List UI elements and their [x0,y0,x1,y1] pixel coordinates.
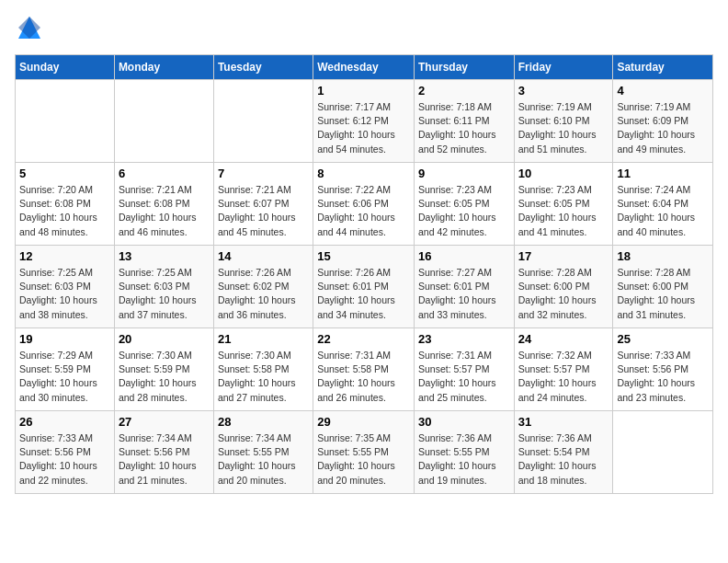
day-info: Sunrise: 7:23 AM Sunset: 6:05 PM Dayligh… [418,183,510,239]
day-number: 24 [518,332,609,346]
calendar-cell: 24Sunrise: 7:32 AM Sunset: 5:57 PM Dayli… [514,328,613,411]
day-number: 27 [119,415,210,429]
day-number: 28 [218,415,309,429]
calendar-table: SundayMondayTuesdayWednesdayThursdayFrid… [15,54,713,494]
calendar-cell: 22Sunrise: 7:31 AM Sunset: 5:58 PM Dayli… [313,328,415,411]
day-info: Sunrise: 7:21 AM Sunset: 6:08 PM Dayligh… [119,183,210,239]
day-number: 25 [617,332,709,346]
weekday-header-wednesday: Wednesday [313,55,415,80]
calendar-cell: 11Sunrise: 7:24 AM Sunset: 6:04 PM Dayli… [613,163,713,246]
day-info: Sunrise: 7:17 AM Sunset: 6:12 PM Dayligh… [317,100,410,156]
calendar-cell: 21Sunrise: 7:30 AM Sunset: 5:58 PM Dayli… [213,328,313,411]
day-info: Sunrise: 7:26 AM Sunset: 6:01 PM Dayligh… [317,266,410,322]
calendar-cell [213,80,313,163]
calendar-week-1: 5Sunrise: 7:20 AM Sunset: 6:08 PM Daylig… [16,163,713,246]
calendar-cell: 4Sunrise: 7:19 AM Sunset: 6:09 PM Daylig… [613,80,713,163]
day-info: Sunrise: 7:34 AM Sunset: 5:55 PM Dayligh… [218,431,309,488]
calendar-cell: 25Sunrise: 7:33 AM Sunset: 5:56 PM Dayli… [613,328,713,411]
calendar-cell [114,80,213,163]
logo-icon [17,15,42,40]
calendar-cell: 19Sunrise: 7:29 AM Sunset: 5:59 PM Dayli… [16,328,115,411]
day-number: 10 [518,167,609,180]
calendar-cell: 7Sunrise: 7:21 AM Sunset: 6:07 PM Daylig… [213,163,313,246]
weekday-header-friday: Friday [514,55,613,80]
calendar-body: 1Sunrise: 7:17 AM Sunset: 6:12 PM Daylig… [16,80,713,494]
calendar-cell: 13Sunrise: 7:25 AM Sunset: 6:03 PM Dayli… [114,246,213,328]
calendar-cell: 16Sunrise: 7:27 AM Sunset: 6:01 PM Dayli… [414,246,514,328]
calendar-cell [16,80,115,163]
logo-text [15,15,42,45]
calendar-week-3: 19Sunrise: 7:29 AM Sunset: 5:59 PM Dayli… [16,328,713,411]
day-info: Sunrise: 7:32 AM Sunset: 5:57 PM Dayligh… [518,349,609,405]
calendar-cell: 9Sunrise: 7:23 AM Sunset: 6:05 PM Daylig… [414,163,514,246]
day-info: Sunrise: 7:30 AM Sunset: 5:58 PM Dayligh… [218,349,309,405]
calendar-cell: 8Sunrise: 7:22 AM Sunset: 6:06 PM Daylig… [313,163,415,246]
calendar-cell: 29Sunrise: 7:35 AM Sunset: 5:55 PM Dayli… [313,411,415,494]
day-number: 4 [617,84,709,98]
calendar-cell: 10Sunrise: 7:23 AM Sunset: 6:05 PM Dayli… [514,163,613,246]
day-info: Sunrise: 7:24 AM Sunset: 6:04 PM Dayligh… [617,183,709,239]
calendar-cell: 2Sunrise: 7:18 AM Sunset: 6:11 PM Daylig… [414,80,514,163]
day-info: Sunrise: 7:31 AM Sunset: 5:57 PM Dayligh… [418,349,510,405]
day-info: Sunrise: 7:20 AM Sunset: 6:08 PM Dayligh… [19,183,110,239]
page-header [15,15,713,45]
calendar-cell: 12Sunrise: 7:25 AM Sunset: 6:03 PM Dayli… [16,246,115,328]
day-number: 31 [518,415,609,429]
calendar-cell: 3Sunrise: 7:19 AM Sunset: 6:10 PM Daylig… [514,80,613,163]
day-number: 11 [617,167,709,180]
day-number: 12 [19,249,110,263]
day-info: Sunrise: 7:23 AM Sunset: 6:05 PM Dayligh… [518,183,609,239]
day-info: Sunrise: 7:35 AM Sunset: 5:55 PM Dayligh… [317,431,410,488]
day-info: Sunrise: 7:19 AM Sunset: 6:10 PM Dayligh… [518,100,609,156]
day-number: 16 [418,249,510,263]
calendar-cell: 31Sunrise: 7:36 AM Sunset: 5:54 PM Dayli… [514,411,613,494]
day-number: 30 [418,415,510,429]
calendar-week-2: 12Sunrise: 7:25 AM Sunset: 6:03 PM Dayli… [16,246,713,328]
day-number: 29 [317,415,410,429]
day-info: Sunrise: 7:28 AM Sunset: 6:00 PM Dayligh… [518,266,609,322]
day-number: 13 [119,249,210,263]
calendar-cell: 20Sunrise: 7:30 AM Sunset: 5:59 PM Dayli… [114,328,213,411]
calendar-cell: 6Sunrise: 7:21 AM Sunset: 6:08 PM Daylig… [114,163,213,246]
day-info: Sunrise: 7:27 AM Sunset: 6:01 PM Dayligh… [418,266,510,322]
day-number: 2 [418,84,510,98]
day-info: Sunrise: 7:31 AM Sunset: 5:58 PM Dayligh… [317,349,410,405]
calendar-cell: 23Sunrise: 7:31 AM Sunset: 5:57 PM Dayli… [414,328,514,411]
day-number: 5 [19,167,110,180]
day-number: 6 [119,167,210,180]
day-info: Sunrise: 7:36 AM Sunset: 5:54 PM Dayligh… [518,431,609,488]
calendar-cell: 17Sunrise: 7:28 AM Sunset: 6:00 PM Dayli… [514,246,613,328]
day-number: 18 [617,249,709,263]
day-number: 1 [317,84,410,98]
day-info: Sunrise: 7:30 AM Sunset: 5:59 PM Dayligh… [119,349,210,405]
day-number: 19 [19,332,110,346]
day-info: Sunrise: 7:18 AM Sunset: 6:11 PM Dayligh… [418,100,510,156]
day-number: 21 [218,332,309,346]
day-info: Sunrise: 7:25 AM Sunset: 6:03 PM Dayligh… [119,266,210,322]
day-number: 9 [418,167,510,180]
logo [15,15,42,45]
calendar-cell: 30Sunrise: 7:36 AM Sunset: 5:55 PM Dayli… [414,411,514,494]
weekday-header-row: SundayMondayTuesdayWednesdayThursdayFrid… [16,55,713,80]
weekday-header-thursday: Thursday [414,55,514,80]
day-info: Sunrise: 7:28 AM Sunset: 6:00 PM Dayligh… [617,266,709,322]
day-info: Sunrise: 7:33 AM Sunset: 5:56 PM Dayligh… [617,349,709,405]
day-info: Sunrise: 7:29 AM Sunset: 5:59 PM Dayligh… [19,349,110,405]
calendar-week-0: 1Sunrise: 7:17 AM Sunset: 6:12 PM Daylig… [16,80,713,163]
day-info: Sunrise: 7:22 AM Sunset: 6:06 PM Dayligh… [317,183,410,239]
calendar-cell: 18Sunrise: 7:28 AM Sunset: 6:00 PM Dayli… [613,246,713,328]
day-info: Sunrise: 7:36 AM Sunset: 5:55 PM Dayligh… [418,431,510,488]
day-number: 8 [317,167,410,180]
calendar-cell: 27Sunrise: 7:34 AM Sunset: 5:56 PM Dayli… [114,411,213,494]
calendar-cell: 26Sunrise: 7:33 AM Sunset: 5:56 PM Dayli… [16,411,115,494]
weekday-header-sunday: Sunday [16,55,115,80]
calendar-week-4: 26Sunrise: 7:33 AM Sunset: 5:56 PM Dayli… [16,411,713,494]
calendar-cell [613,411,713,494]
day-info: Sunrise: 7:19 AM Sunset: 6:09 PM Dayligh… [617,100,709,156]
weekday-header-saturday: Saturday [613,55,713,80]
day-info: Sunrise: 7:34 AM Sunset: 5:56 PM Dayligh… [119,431,210,488]
day-number: 20 [119,332,210,346]
calendar-cell: 28Sunrise: 7:34 AM Sunset: 5:55 PM Dayli… [213,411,313,494]
calendar-cell: 14Sunrise: 7:26 AM Sunset: 6:02 PM Dayli… [213,246,313,328]
day-number: 3 [518,84,609,98]
